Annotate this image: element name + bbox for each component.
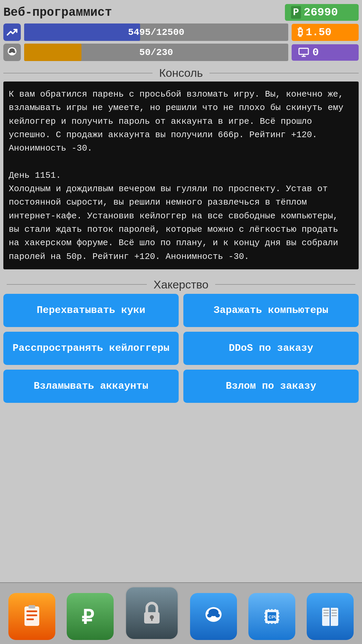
svg-rect-44 [331,615,337,616]
cpu-icon: CPU [248,593,295,640]
nav-tasks[interactable] [8,593,55,640]
anon-progress-text: 50/230 [139,47,173,58]
bottom-nav: ₽ [0,582,362,644]
infect-computers-button[interactable]: Заражать компьютеры [183,294,359,327]
hacking-section: Хакерство Перехватывать куки Заражать ко… [0,271,362,403]
hacking-title: Хакерство [147,278,215,291]
spread-keyloggers-button[interactable]: Расспространять кейлоггеры [3,332,179,365]
xp-progress-bar: 5495/12500 [24,23,288,41]
svg-point-2 [9,51,11,53]
nav-money[interactable]: ₽ [67,593,114,640]
svg-rect-5 [299,48,308,54]
svg-rect-42 [331,610,337,611]
svg-point-4 [11,53,13,55]
svg-rect-11 [26,619,34,620]
svg-point-21 [211,618,216,622]
xp-progress-text: 5495/12500 [128,27,184,38]
divider-line-left [3,73,153,73]
book-icon [307,593,354,640]
money-badge: Р 26990 [285,4,359,21]
nav-anonymous[interactable] [190,593,237,640]
svg-point-20 [215,613,220,618]
hacking-divider: Хакерство [3,278,359,291]
btc-amount: 1.50 [306,26,331,39]
hacking-divider-right [215,284,355,285]
anonymous-icon [190,593,237,640]
svg-rect-9 [26,610,37,612]
anon-progress-fill [24,44,81,61]
svg-point-3 [13,51,15,53]
intercept-cookies-button[interactable]: Перехватывать куки [3,294,179,327]
ruble-icon: Р [291,6,301,19]
nav-book[interactable] [307,593,354,640]
svg-point-19 [207,613,212,618]
divider-line-right [209,73,359,73]
btc-badge: ₿ 1.50 [292,24,359,41]
svg-rect-43 [331,612,337,613]
pc-count: 0 [312,46,319,59]
console-text: К вам обратился парень с просьбой взлома… [9,89,349,262]
svg-rect-39 [323,610,329,611]
header-row2: 5495/12500 ₿ 1.50 [3,23,359,41]
ddos-order-button[interactable]: DDoS по заказу [183,332,359,365]
anon-progress-bar: 50/230 [24,44,288,61]
xp-icon [3,23,21,41]
xp-progress-fill [24,23,140,41]
btc-symbol: ₿ [298,26,303,39]
console-area: К вам обратился парень с просьбой взлома… [3,82,359,269]
console-title: Консоль [153,66,210,79]
svg-text:₽: ₽ [81,606,94,628]
nav-cpu[interactable]: CPU [248,593,295,640]
header-row3: 50/230 0 [3,44,359,61]
money-icon: ₽ [67,593,114,640]
hack-accounts-button[interactable]: Взламывать аккаунты [3,370,179,403]
header: Веб-программист Р 26990 5495/12500 ₿ 1.5… [0,0,362,63]
nav-lock[interactable] [125,586,179,640]
money-amount: 26990 [304,6,338,19]
svg-text:CPU: CPU [268,614,278,620]
svg-rect-12 [28,605,35,608]
header-row1: Веб-программист Р 26990 [3,4,359,21]
player-title: Веб-программист [3,6,112,19]
hack-order-button[interactable]: Взлом по заказу [183,370,359,403]
console-divider: Консоль [0,66,362,79]
hacking-buttons: Перехватывать куки Заражать компьютеры Р… [3,294,359,403]
pc-badge: 0 [292,44,359,61]
svg-rect-40 [323,612,329,613]
tasks-icon [8,593,55,640]
lock-icon [125,586,179,640]
anon-icon [3,44,21,61]
svg-rect-41 [323,615,329,616]
hacking-divider-left [7,284,147,285]
svg-rect-10 [26,614,37,616]
